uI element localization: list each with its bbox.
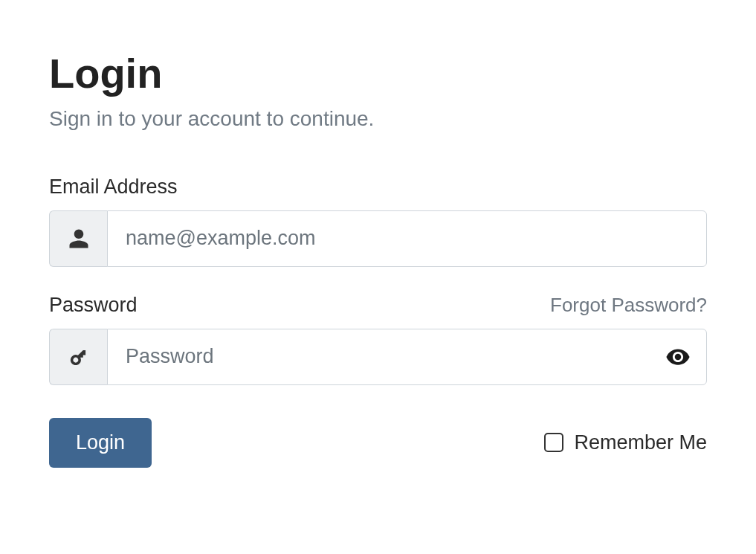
remember-me-wrapper: Remember Me	[544, 431, 707, 454]
remember-checkbox[interactable]	[544, 433, 563, 452]
page-subtitle: Sign in to your account to continue.	[49, 107, 707, 131]
password-group: Password Forgot Password?	[49, 294, 707, 385]
page-title: Login	[49, 51, 707, 97]
login-button[interactable]: Login	[49, 418, 152, 468]
forgot-password-link[interactable]: Forgot Password?	[550, 294, 707, 317]
email-label: Email Address	[49, 175, 178, 199]
password-label: Password	[49, 294, 138, 317]
remember-label[interactable]: Remember Me	[574, 431, 707, 454]
key-icon	[49, 329, 107, 385]
user-icon	[49, 210, 107, 267]
password-input[interactable]	[107, 329, 707, 385]
action-row: Login Remember Me	[49, 418, 707, 468]
eye-icon[interactable]	[665, 344, 691, 370]
email-group: Email Address	[49, 175, 707, 267]
email-input[interactable]	[107, 210, 707, 267]
